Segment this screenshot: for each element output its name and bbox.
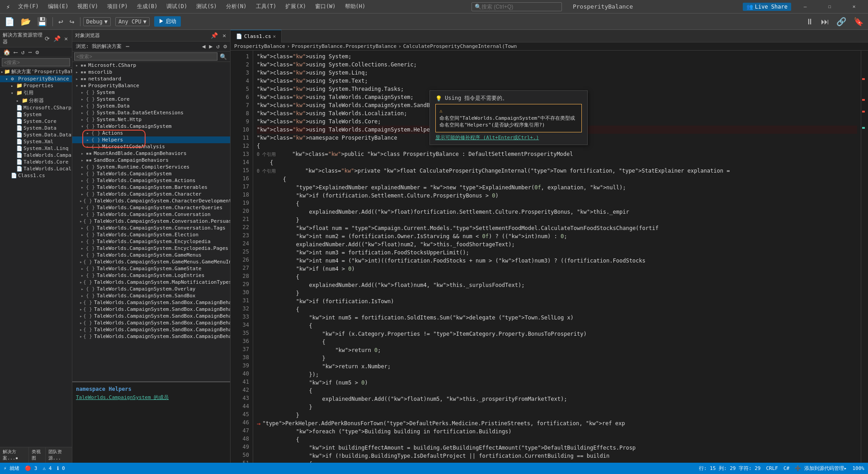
- menu-window[interactable]: 窗口(W): [311, 2, 340, 11]
- tree-project[interactable]: ▾ ⚙ ProsperityBalance: [0, 75, 72, 82]
- menu-test[interactable]: 测试(S): [193, 2, 221, 11]
- ob-item-tw-sb-ai[interactable]: ▸ { } TaleWorlds.CampaignSystem.SandBox.…: [72, 306, 230, 313]
- tree-system-data[interactable]: 📄 System.Data: [0, 125, 72, 131]
- ob-item-system-core[interactable]: ▸ { } System.Core: [72, 96, 230, 103]
- menu-debug[interactable]: 调试(D): [163, 2, 191, 11]
- window-maximize[interactable]: ☐: [819, 0, 840, 14]
- ob-item-tw-chardevel[interactable]: ▸ { } TaleWorlds.CampaignSystem.Characte…: [72, 197, 230, 204]
- tab-solution[interactable]: 解决方案...▪: [0, 447, 29, 463]
- ob-search-btn[interactable]: 🔍: [218, 53, 228, 61]
- se-collapse-btn[interactable]: ⟵: [13, 48, 19, 56]
- ob-item-system-net[interactable]: ▸ { } System.Net.Http: [72, 116, 230, 123]
- tree-analyzers[interactable]: ▸ 📁 分析器: [0, 97, 72, 104]
- ob-item-tw-election[interactable]: ▸ { } TaleWorlds.CampaignSystem.Election: [72, 231, 230, 238]
- toolbar-new[interactable]: 📄: [2, 16, 17, 27]
- se-sync-btn[interactable]: ⟳: [43, 35, 51, 42]
- tree-microsoft-csharp[interactable]: 📄 Microsoft.CSharp: [0, 104, 72, 111]
- debug-config-dropdown[interactable]: Debug ▼: [83, 17, 111, 26]
- menu-edit[interactable]: 编辑(E): [44, 2, 72, 11]
- ob-item-tw-enc-pages[interactable]: ▸ { } TaleWorlds.CampaignSystem.Encyclop…: [72, 245, 230, 252]
- ob-item-tw-mapnotif[interactable]: ▸ { } TaleWorlds.CampaignSystem.MapNotif…: [72, 279, 230, 286]
- tab-classview[interactable]: 类视图: [29, 447, 46, 463]
- ob-item-tw-sb-vil[interactable]: ▸ { } TaleWorlds.CampaignSystem.SandBox.…: [72, 333, 230, 340]
- toolbar-attach[interactable]: 🔗: [834, 16, 849, 27]
- tree-system-data-s[interactable]: 📄 System.Data.DataS: [0, 131, 72, 138]
- tree-properties[interactable]: ▸ 📁 Properties: [0, 82, 72, 89]
- se-close-btn[interactable]: ✕: [63, 35, 69, 42]
- menu-file[interactable]: 文件(F): [14, 2, 42, 11]
- tree-class1[interactable]: 📄 Class1.cs: [0, 172, 72, 179]
- ob-item-tw-conv[interactable]: ▸ { } TaleWorlds.CampaignSystem.Conversa…: [72, 211, 230, 218]
- tree-system-xml-linq[interactable]: 📄 System.Xml.Linq: [0, 145, 72, 152]
- tree-tw-core[interactable]: 📄 TaleWorlds.Core: [0, 159, 72, 165]
- ob-item-tw-logentries[interactable]: ▸ { } TaleWorlds.CampaignSystem.LogEntri…: [72, 272, 230, 279]
- ob-item-mountblade[interactable]: ▸ ▪▪ MountAndBlade.CampaignBehaviors: [72, 150, 230, 157]
- ob-refresh-btn[interactable]: ↺: [215, 42, 221, 50]
- window-minimize[interactable]: —: [795, 0, 816, 14]
- status-errors[interactable]: 🔴 3: [25, 465, 37, 471]
- ob-item-tw-sb-bart[interactable]: ▸ { } TaleWorlds.CampaignSystem.SandBox.…: [72, 313, 230, 319]
- tooltip-action[interactable]: 显示可能的修补程序 (Alt+Enter或Ctrl+.): [435, 134, 582, 141]
- menu-help[interactable]: 帮助(H): [341, 2, 369, 11]
- ob-item-system[interactable]: ▸ { } System: [72, 89, 230, 96]
- ob-item-tw-gamemenus[interactable]: ▸ { } TaleWorlds.CampaignSystem.GameMenu…: [72, 252, 230, 258]
- ob-item-tw-sandbox-cb[interactable]: ▸ { } TaleWorlds.CampaignSystem.SandBox.…: [72, 299, 230, 306]
- se-search-input[interactable]: [2, 58, 70, 66]
- tree-tw-local[interactable]: 📄 TaleWorlds.Localiz: [0, 165, 72, 172]
- ob-item-tw-character[interactable]: ▸ { } TaleWorlds.CampaignSystem.Characte…: [72, 191, 230, 197]
- ob-item-code-analysis[interactable]: ▸ { } MicrosoftCodeAnalysis: [72, 143, 230, 150]
- menu-build[interactable]: 生成(B): [133, 2, 161, 11]
- ob-item-prosperity[interactable]: ▾ ▪▪ ProsperityBalance: [72, 82, 230, 89]
- menu-tools[interactable]: 工具(T): [252, 2, 280, 11]
- ob-item-helpers[interactable]: ▸ { } Helpers: [72, 136, 230, 143]
- status-add-code[interactable]: ➕ 添加到源代码管理▸: [795, 465, 847, 472]
- toolbar-redo[interactable]: ↪: [67, 16, 77, 27]
- se-filter-btn[interactable]: ⋯: [27, 48, 33, 56]
- status-zoom[interactable]: 100%: [853, 465, 865, 471]
- menu-project[interactable]: 项目(P): [104, 2, 132, 11]
- ob-item-tw-sb-tow[interactable]: ▸ { } TaleWorlds.CampaignSystem.SandBox.…: [72, 326, 230, 333]
- ob-settings-btn[interactable]: ⚙: [222, 42, 228, 50]
- tree-solution[interactable]: ▸ 📁 解决方案'ProsperityBalance': [0, 68, 72, 75]
- status-messages[interactable]: ℹ 0: [57, 465, 65, 471]
- live-share-button[interactable]: 👥 Live Share: [743, 3, 791, 11]
- toolbar-save-all[interactable]: 💾: [34, 16, 50, 27]
- ob-item-tw-conv-pers[interactable]: ▸ { } TaleWorlds.CampaignSystem.Conversa…: [72, 218, 230, 225]
- ob-close-btn[interactable]: ✕: [221, 32, 227, 39]
- ob-item-microsoft-csharp[interactable]: ▸ ▪▪ Microsoft.CSharp: [72, 62, 230, 69]
- ob-item-tw-sandbox[interactable]: ▸ { } TaleWorlds.CampaignSystem.SandBox: [72, 292, 230, 299]
- se-settings-btn[interactable]: ⚙: [34, 48, 40, 56]
- ob-search-input[interactable]: [74, 52, 217, 61]
- run-button[interactable]: ▶ 启动: [154, 16, 181, 27]
- ob-item-system-data[interactable]: ▸ { } System.Data: [72, 103, 230, 109]
- tree-references[interactable]: ▾ 📁 引用: [0, 89, 72, 97]
- se-refresh-btn[interactable]: ↺: [20, 48, 26, 56]
- ob-item-tw-conv-tags[interactable]: ▸ { } TaleWorlds.CampaignSystem.Conversa…: [72, 225, 230, 231]
- status-file-type[interactable]: C#: [783, 465, 789, 471]
- toolbar-undo[interactable]: ↩: [56, 16, 66, 27]
- ob-item-tw-barterables[interactable]: ▸ { } TaleWorlds.CampaignSystem.Barterab…: [72, 184, 230, 191]
- status-branch[interactable]: ⚡ 就绪: [4, 465, 19, 472]
- ob-back-btn[interactable]: ◀: [201, 42, 207, 50]
- toolbar-step[interactable]: ⏭: [818, 16, 832, 27]
- window-close[interactable]: ✕: [844, 0, 864, 14]
- menu-view[interactable]: 视图(V): [74, 2, 102, 11]
- status-warnings[interactable]: ⚠ 4: [43, 465, 52, 471]
- ob-forward-btn[interactable]: ▶: [208, 42, 214, 50]
- ob-item-sandbox[interactable]: ▸ ▪▪ SandBox.CampaignBehaviors: [72, 157, 230, 164]
- ob-item-tw-gamestate[interactable]: ▸ { } TaleWorlds.CampaignSystem.GameStat…: [72, 265, 230, 272]
- tree-system-core[interactable]: 📄 System.Core: [0, 118, 72, 125]
- menu-analyze[interactable]: 分析(N): [222, 2, 250, 11]
- menu-extensions[interactable]: 扩展(X): [282, 2, 310, 11]
- ob-detail-link[interactable]: TaleWorlds.CampaignSystem 的成员: [76, 394, 226, 401]
- code-tab-class1[interactable]: 📄 Class1.cs ✕: [231, 30, 282, 42]
- ob-pin-btn[interactable]: 📌: [209, 32, 219, 39]
- title-search-input[interactable]: [481, 4, 545, 10]
- ob-item-actions[interactable]: ▸ { } Actions: [72, 130, 230, 136]
- ob-item-tw-actions[interactable]: ▸ { } TaleWorlds.CampaignSystem.Actions: [72, 177, 230, 184]
- toolbar-open[interactable]: 📂: [18, 16, 33, 27]
- ob-item-tw-encyclopedia[interactable]: ▸ { } TaleWorlds.CampaignSystem.Encyclop…: [72, 238, 230, 245]
- ob-item-tw-campaign2[interactable]: ▸ { } TaleWorlds.CampaignSystem: [72, 170, 230, 177]
- ob-item-tw-overlay[interactable]: ▸ { } TaleWorlds.CampaignSystem.Overlay: [72, 286, 230, 292]
- tree-system[interactable]: 📄 System: [0, 111, 72, 118]
